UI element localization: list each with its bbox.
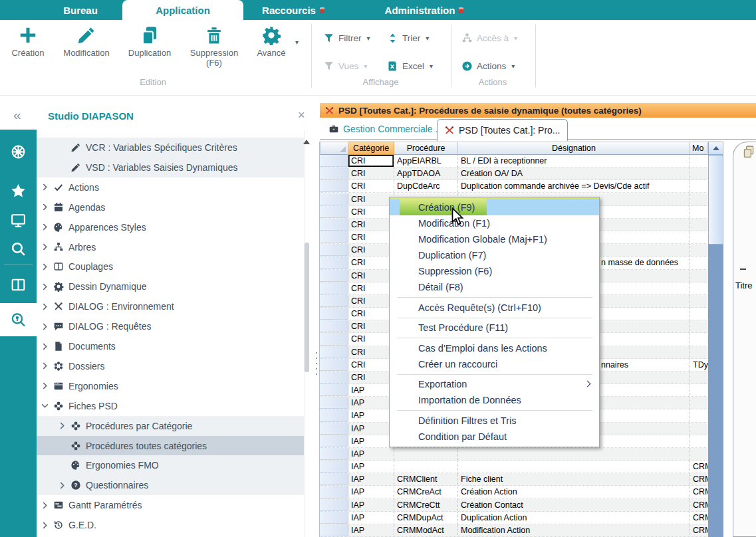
cell-designation[interactable]: Création Action [458, 486, 690, 498]
chevron-right-icon[interactable] [41, 243, 49, 251]
table-row[interactable]: IAP CRMCreCtt Création Contact CRM [320, 499, 708, 512]
cell-categorie[interactable]: CRI [348, 308, 394, 320]
scroll-up-button[interactable] [708, 142, 723, 155]
row-header-cell[interactable] [320, 486, 348, 498]
splitter-handle[interactable] [316, 348, 318, 377]
sidebar-item-9[interactable]: DIALOG : Requêtes [37, 316, 304, 336]
cell-procedure[interactable]: CRMDupAct [394, 512, 458, 524]
cell-module[interactable] [690, 167, 708, 179]
cell-procedure[interactable]: CRMClient [394, 473, 458, 485]
chevron-right-icon[interactable] [41, 223, 49, 231]
row-header-cell[interactable] [320, 295, 348, 307]
row-header-cell[interactable] [320, 180, 348, 192]
column-header-module[interactable]: Mo [690, 142, 708, 155]
chevron-right-icon[interactable] [41, 382, 49, 389]
table-row[interactable]: IAP CRMModAct Modification Action CRM [320, 524, 708, 537]
select-all-corner-cell[interactable] [320, 142, 348, 155]
chevron-right-icon[interactable] [41, 303, 49, 310]
row-header-cell[interactable] [320, 346, 348, 358]
table-row[interactable]: IAP CRMCreAct Création Action CRM [320, 486, 708, 498]
cell-module[interactable] [690, 219, 708, 231]
row-header-cell[interactable] [320, 282, 348, 294]
cell-designation[interactable] [458, 448, 690, 460]
cell-module[interactable] [690, 409, 708, 421]
cell-module[interactable] [690, 180, 708, 192]
table-row[interactable]: IAP CRMDupAct Duplication Action CRM [320, 512, 708, 524]
chevron-right-icon[interactable] [58, 422, 66, 429]
sidebar-item-19[interactable]: G.E.D. [37, 515, 304, 535]
cell-designation[interactable]: Création OA/ DA [458, 167, 690, 179]
ribbon-tab-bureau[interactable]: Bureau [39, 0, 122, 20]
monitor-icon[interactable] [10, 212, 27, 229]
sidebar-item-0[interactable]: VCR : Variables Spécifiques Critères [37, 138, 304, 158]
modification-button[interactable]: Modification [53, 25, 120, 58]
cell-categorie[interactable]: CRI [348, 320, 394, 332]
cell-designation[interactable]: Modification Action [458, 524, 690, 536]
filtrer-button[interactable]: Filtrer ▾ [323, 31, 370, 45]
chevron-right-icon[interactable] [41, 263, 49, 270]
cell-module[interactable]: CRM [690, 512, 708, 524]
cell-designation[interactable] [458, 461, 690, 473]
cell-categorie[interactable]: CRI [348, 333, 394, 345]
row-header-cell[interactable] [320, 512, 348, 524]
cell-categorie[interactable]: CRI [348, 282, 394, 294]
row-header-cell[interactable] [320, 308, 348, 320]
pin-search-icon[interactable] [10, 312, 27, 328]
column-header-categorie[interactable]: Catégorie [348, 142, 394, 155]
cell-categorie[interactable]: CRI [348, 206, 394, 218]
cell-module[interactable] [690, 320, 708, 332]
cell-procedure[interactable] [394, 461, 458, 473]
sidebar-item-7[interactable]: Dessin Dynamique [37, 276, 304, 296]
row-header-cell[interactable] [320, 231, 348, 243]
chevron-right-icon[interactable] [41, 362, 49, 370]
chevron-right-icon[interactable] [41, 183, 49, 191]
cell-procedure[interactable]: CRMModAct [394, 524, 458, 536]
chevron-right-icon[interactable] [41, 323, 49, 330]
cell-module[interactable] [690, 372, 708, 383]
row-header-cell[interactable] [320, 320, 348, 332]
chevron-right-icon[interactable] [41, 343, 49, 350]
sidebar-item-11[interactable]: Dossiers [37, 356, 304, 376]
creation-button[interactable]: Création [5, 25, 51, 58]
cell-module[interactable] [690, 333, 708, 345]
cell-module[interactable]: CRM [690, 473, 708, 485]
cell-categorie[interactable]: IAP [348, 486, 394, 498]
cell-categorie[interactable]: CRI [348, 244, 394, 256]
row-header-cell[interactable] [320, 461, 348, 473]
cell-procedure[interactable] [394, 448, 458, 460]
search-icon[interactable] [10, 241, 27, 257]
tree-scroll-up-icon[interactable] [303, 140, 310, 144]
row-header-cell[interactable] [320, 409, 348, 421]
row-header-cell[interactable] [320, 359, 348, 371]
table-row[interactable]: IAP [320, 448, 708, 461]
cell-categorie[interactable]: IAP [348, 423, 394, 435]
menu-item-4[interactable]: Suppression (F6) [390, 263, 599, 279]
ribbon-tab-application[interactable]: Application [122, 0, 243, 20]
menu-item-5[interactable]: Détail (F8) [390, 279, 599, 295]
cell-categorie[interactable]: IAP [348, 473, 394, 485]
cell-module[interactable] [690, 308, 708, 320]
sidebar-item-15[interactable]: Procédures toutes catégories [37, 436, 304, 456]
tab-gestion-commerciale[interactable]: Gestion Commerciale ... [322, 119, 449, 139]
cell-categorie[interactable]: CRI [348, 295, 394, 307]
cell-categorie[interactable]: IAP [348, 499, 394, 511]
wheel-icon[interactable] [10, 144, 27, 160]
menu-item-1[interactable]: Modification (F1) [390, 215, 599, 231]
cell-module[interactable] [690, 295, 708, 307]
cell-module[interactable]: CRM [690, 524, 708, 536]
row-header-cell[interactable] [320, 397, 348, 409]
row-header-cell[interactable] [320, 423, 348, 435]
row-header-cell[interactable] [320, 384, 348, 396]
row-header-cell[interactable] [320, 155, 348, 167]
cell-module[interactable] [690, 346, 708, 358]
menu-item-9[interactable]: Test Procédure (F11) [390, 320, 599, 336]
row-header-cell[interactable] [320, 448, 348, 460]
row-header-cell[interactable] [320, 524, 348, 536]
menu-item-15[interactable]: Importation de Données [390, 392, 599, 408]
menu-item-2[interactable]: Modification Globale (Maj+F1) [390, 231, 599, 247]
chevron-down-icon[interactable]: ▾ [295, 39, 299, 46]
cell-procedure[interactable]: DupCdeArc [394, 180, 458, 192]
cell-categorie[interactable]: CRI [348, 155, 394, 167]
scrollbar-thumb[interactable] [708, 155, 723, 245]
actions-button[interactable]: Actions ▾ [461, 58, 515, 73]
